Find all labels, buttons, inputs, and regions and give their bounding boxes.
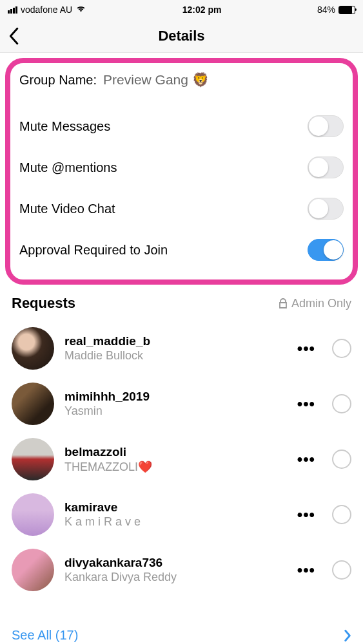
fullname: THEMAZZOLI❤️	[64, 460, 280, 474]
avatar[interactable]	[12, 327, 54, 370]
requests-title: Requests	[12, 295, 75, 312]
status-bar: vodafone AU 12:02 pm 84%	[0, 0, 363, 19]
select-radio[interactable]	[332, 505, 351, 524]
more-options-button[interactable]: •••	[291, 395, 322, 413]
user-info[interactable]: belmazzoli THEMAZZOLI❤️	[64, 445, 280, 474]
avatar[interactable]	[12, 383, 54, 425]
user-info[interactable]: kamirave K a m i R a v e	[64, 500, 280, 529]
request-row: belmazzoli THEMAZZOLI❤️ •••	[0, 431, 363, 487]
back-button[interactable]	[8, 27, 27, 45]
user-info[interactable]: mimihhh_2019 Yasmin	[64, 390, 280, 418]
username: kamirave	[64, 500, 280, 515]
more-options-button[interactable]: •••	[291, 506, 322, 524]
signal-icon	[8, 6, 17, 14]
setting-label: Mute Messages	[19, 119, 110, 134]
select-radio[interactable]	[332, 450, 351, 469]
group-name-label: Group Name:	[19, 73, 97, 88]
user-info[interactable]: real_maddie_b Maddie Bullock	[64, 334, 280, 363]
select-radio[interactable]	[332, 394, 351, 413]
fullname: Yasmin	[64, 404, 280, 418]
wifi-icon	[75, 5, 86, 15]
username: mimihhh_2019	[64, 390, 280, 404]
fullname: Kankara Divya Reddy	[64, 571, 280, 584]
lock-icon	[279, 298, 288, 308]
more-options-button[interactable]: •••	[291, 339, 322, 357]
setting-approval-required: Approval Required to Join	[19, 229, 344, 270]
toggle-approval-required[interactable]	[308, 239, 344, 261]
fullname: K a m i R a v e	[64, 515, 280, 529]
avatar[interactable]	[12, 549, 54, 591]
carrier-label: vodafone AU	[21, 5, 72, 15]
username: divyakankara736	[64, 556, 280, 570]
setting-label: Approval Required to Join	[19, 243, 168, 258]
avatar[interactable]	[12, 438, 54, 480]
see-all-label: See All (17)	[12, 628, 78, 643]
toggle-mute-video[interactable]	[308, 198, 344, 220]
toggle-mute-mentions[interactable]	[308, 156, 344, 178]
select-radio[interactable]	[332, 560, 351, 580]
nav-bar: Details	[0, 19, 363, 53]
setting-mute-video: Mute Video Chat	[19, 188, 344, 229]
group-name-value: Preview Gang 🦁	[103, 72, 209, 88]
fullname: Maddie Bullock	[64, 349, 280, 363]
username: real_maddie_b	[64, 334, 280, 348]
setting-mute-messages: Mute Messages	[19, 106, 344, 147]
see-all-button[interactable]: See All (17)	[0, 619, 363, 644]
request-row: real_maddie_b Maddie Bullock •••	[0, 321, 363, 376]
setting-mute-mentions: Mute @mentions	[19, 147, 344, 188]
select-radio[interactable]	[332, 339, 351, 358]
settings-section: Group Name: Preview Gang 🦁 Mute Messages…	[5, 58, 358, 285]
more-options-button[interactable]: •••	[291, 561, 322, 579]
request-row: mimihhh_2019 Yasmin •••	[0, 376, 363, 431]
more-options-button[interactable]: •••	[291, 450, 322, 468]
chevron-right-icon	[344, 629, 351, 642]
battery-percentage: 84%	[317, 5, 335, 15]
battery-icon	[338, 6, 355, 14]
requests-header: Requests Admin Only	[0, 290, 363, 321]
avatar[interactable]	[12, 493, 54, 536]
request-row: divyakankara736 Kankara Divya Reddy •••	[0, 542, 363, 598]
status-time: 12:02 pm	[182, 5, 222, 15]
page-title: Details	[0, 28, 363, 44]
request-row: kamirave K a m i R a v e •••	[0, 487, 363, 542]
admin-only-label: Admin Only	[279, 297, 351, 310]
setting-label: Mute Video Chat	[19, 202, 115, 216]
user-info[interactable]: divyakankara736 Kankara Divya Reddy	[64, 556, 280, 584]
setting-label: Mute @mentions	[19, 160, 117, 175]
username: belmazzoli	[64, 445, 280, 459]
toggle-mute-messages[interactable]	[308, 115, 344, 137]
group-name-row[interactable]: Group Name: Preview Gang 🦁	[19, 72, 344, 88]
